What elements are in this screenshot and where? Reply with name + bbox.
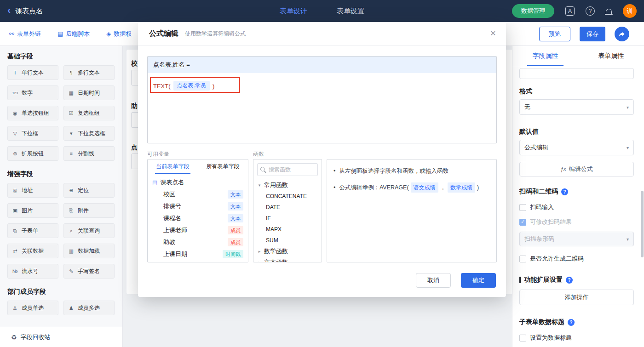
- page-scrollbar-thumb[interactable]: [641, 191, 644, 257]
- field-button-member-single[interactable]: ♙成员单选: [7, 301, 58, 315]
- data-permission-link[interactable]: ◈ 数据权: [106, 30, 132, 38]
- field-button-attachment[interactable]: ⎘附件: [63, 203, 115, 218]
- field-button-signature[interactable]: ✎手写签名: [63, 264, 115, 279]
- tab-current-form-fields[interactable]: 当前表单字段: [148, 159, 198, 174]
- function-group-math[interactable]: ▸ 数学函数: [253, 246, 322, 257]
- field-button-dropdown-multi[interactable]: ▾下拉复选框: [63, 126, 115, 141]
- notification-bell-icon[interactable]: [606, 9, 612, 14]
- function-item[interactable]: IF: [253, 213, 322, 224]
- field-button-radio-group[interactable]: ◉单选按钮组: [7, 106, 58, 120]
- field-button-number[interactable]: 123数字: [7, 85, 58, 100]
- field-label: 多行文本: [78, 69, 100, 77]
- function-item[interactable]: CONCATENATE: [253, 191, 322, 202]
- field-label: 关联查询: [78, 227, 100, 235]
- page-title: 课表点名: [15, 7, 43, 16]
- function-item[interactable]: SUM: [253, 235, 322, 246]
- question-icon[interactable]: ?: [566, 277, 573, 284]
- cancel-button[interactable]: 取消: [416, 273, 451, 288]
- field-type-tag: 文本: [228, 214, 243, 222]
- example-separator: ，: [440, 183, 446, 192]
- formula-target: 点名表.姓名 =: [148, 57, 496, 73]
- set-data-title-checkbox[interactable]: 设置为数据标题: [519, 334, 634, 342]
- location-icon: ⊕: [67, 188, 75, 193]
- variable-item[interactable]: 排课号文本: [148, 200, 248, 212]
- field-button-data-load[interactable]: ▥数据加载: [63, 244, 115, 258]
- field-type-tag: 文本: [228, 202, 243, 210]
- formula-function-name: TEXT(: [153, 81, 171, 91]
- function-search[interactable]: [257, 163, 318, 176]
- field-button-linked-data[interactable]: ⇄关联数据: [7, 244, 58, 258]
- field-button-member-multi[interactable]: ♟成员多选: [63, 301, 115, 315]
- add-action-button[interactable]: 添加操作: [519, 290, 634, 305]
- question-icon[interactable]: ?: [568, 319, 575, 326]
- variable-item[interactable]: 校区文本: [148, 188, 248, 200]
- field-button-subform[interactable]: ⧉子表单: [7, 223, 58, 238]
- backend-script-link[interactable]: ▤ 后端脚本: [58, 30, 90, 38]
- tree-root-form[interactable]: ▤ 课表点名: [148, 176, 248, 188]
- field-button-linked-query[interactable]: ⌕关联查询: [63, 223, 115, 238]
- function-search-input[interactable]: [269, 166, 315, 173]
- field-button-image[interactable]: ▣图片: [7, 203, 58, 218]
- avatar[interactable]: 训: [623, 4, 637, 18]
- field-title-input[interactable]: [519, 68, 634, 79]
- field-button-extend[interactable]: ⊜扩展按钮: [7, 146, 58, 161]
- default-value-select[interactable]: 公式编辑 ▾: [519, 140, 634, 155]
- field-button-dropdown[interactable]: ▽下拉框: [7, 126, 58, 141]
- function-item[interactable]: DATE: [253, 202, 322, 213]
- back-icon[interactable]: ‹: [7, 6, 11, 16]
- field-label: 子表单: [22, 227, 38, 235]
- variable-item[interactable]: 上课日期时间戳: [148, 248, 248, 260]
- function-item[interactable]: MAPX: [253, 224, 322, 235]
- question-icon[interactable]: ?: [561, 188, 568, 195]
- image-icon: ▣: [11, 208, 19, 214]
- translate-icon[interactable]: A: [565, 6, 575, 16]
- formula-close-paren: ): [213, 81, 214, 91]
- field-button-geolocation[interactable]: ⊕定位: [63, 183, 115, 198]
- tab-form-properties[interactable]: 表单属性: [578, 46, 644, 66]
- field-type-tag: 成员: [228, 238, 243, 246]
- tab-field-properties[interactable]: 字段属性: [512, 46, 578, 66]
- search-icon: [260, 167, 266, 173]
- function-group-text[interactable]: ▸ 文本函数: [253, 257, 322, 262]
- field-button-datetime[interactable]: ▦日期时间: [63, 85, 115, 100]
- field-button-divider[interactable]: ≡分割线: [63, 146, 115, 161]
- field-button-address[interactable]: ◎地址: [7, 183, 58, 198]
- close-icon[interactable]: ×: [490, 28, 496, 38]
- field-label: 成员多选: [78, 304, 100, 312]
- preview-button[interactable]: 预览: [539, 27, 570, 41]
- formula-editor[interactable]: TEXT( 点名表.学员 ): [148, 73, 496, 143]
- edit-formula-button[interactable]: ƒx 编辑公式: [519, 162, 634, 176]
- form-external-link[interactable]: ⚯ 表单外链: [9, 30, 41, 38]
- field-type-tag: 成员: [228, 226, 243, 234]
- variable-item[interactable]: 课程名文本: [148, 212, 248, 224]
- field-button-serial-number[interactable]: №流水号: [7, 264, 58, 279]
- scan-editable-checkbox[interactable]: 可修改扫码结果: [519, 218, 634, 226]
- data-manage-button[interactable]: 数据管理: [512, 4, 554, 18]
- field-button-single-line-text[interactable]: T单行文本: [7, 65, 58, 80]
- field-button-checkbox-group[interactable]: ☑复选框组: [63, 106, 115, 120]
- field-label: 图片: [22, 207, 33, 215]
- number-icon: 123: [11, 91, 19, 95]
- field-recycle-bin[interactable]: ♻ 字段回收站: [0, 327, 122, 347]
- share-arrow-icon: [619, 31, 625, 37]
- field-label: 关联数据: [22, 247, 44, 255]
- tab-all-form-fields[interactable]: 所有表单字段: [198, 159, 248, 174]
- variable-item[interactable]: 助教成员: [148, 236, 248, 248]
- checkbox-unchecked-icon: [519, 204, 526, 211]
- help-icon[interactable]: ?: [586, 6, 595, 16]
- address-icon: ◎: [11, 188, 19, 193]
- variable-item[interactable]: 上课老师成员: [148, 224, 248, 236]
- subform-icon: ⧉: [11, 228, 19, 234]
- share-button[interactable]: [615, 27, 629, 41]
- confirm-button[interactable]: 确定: [461, 273, 496, 288]
- save-button[interactable]: 保存: [580, 27, 605, 41]
- format-select[interactable]: 无 ▾: [519, 99, 634, 115]
- scan-input-checkbox[interactable]: 扫码输入: [519, 203, 634, 211]
- section-title-text: 功能扩展设置: [524, 276, 563, 284]
- tab-form-settings[interactable]: 表单设置: [337, 7, 364, 16]
- checkbox-icon: ☑: [67, 110, 75, 116]
- field-button-multi-line-text[interactable]: ¶多行文本: [63, 65, 115, 80]
- function-group-common[interactable]: ▾ 常用函数: [253, 180, 322, 191]
- tab-form-design[interactable]: 表单设计: [280, 7, 307, 16]
- qr-allowed-checkbox[interactable]: 是否允许生成二维码: [519, 255, 634, 263]
